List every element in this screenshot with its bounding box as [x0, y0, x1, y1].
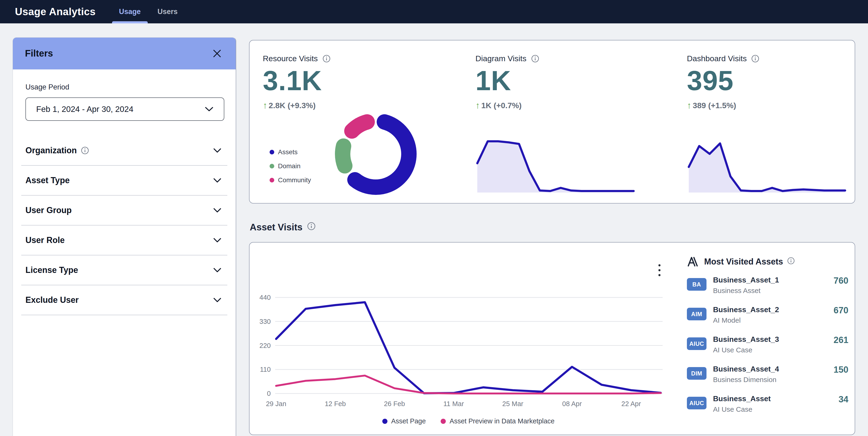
- svg-text:25 Mar: 25 Mar: [502, 400, 524, 407]
- tab-usage[interactable]: Usage: [111, 0, 149, 23]
- filter-section-label: Organization: [25, 146, 89, 155]
- stat-label-text: Dashboard Visits: [687, 54, 747, 63]
- line-chart: 440330220110029 Jan12 Feb26 Feb11 Mar25 …: [249, 242, 684, 415]
- filter-section-label: Asset Type: [25, 175, 69, 185]
- filter-section-user-role[interactable]: User Role: [21, 226, 227, 255]
- asset-list-item[interactable]: AIUCBusiness_AssetAI Use Case34: [687, 395, 848, 424]
- stat-label-text: Diagram Visits: [475, 54, 527, 63]
- close-icon: [212, 48, 222, 59]
- tab-users[interactable]: Users: [149, 0, 186, 23]
- asset-name: Business_Asset_2: [713, 306, 779, 314]
- chevron-down-icon: [213, 208, 221, 213]
- asset-type: AI Use Case: [713, 405, 771, 413]
- chevron-down-icon: [213, 267, 221, 273]
- asset-visit-count: 261: [834, 335, 848, 345]
- info-icon[interactable]: [322, 55, 331, 63]
- svg-text:440: 440: [259, 294, 271, 301]
- app-title: Usage Analytics: [15, 6, 96, 18]
- stat-label-text: Resource Visits: [263, 54, 318, 63]
- donut-chart: [334, 112, 418, 196]
- legend-label: Assets: [278, 148, 298, 156]
- chevron-down-icon: [205, 106, 214, 112]
- svg-text:330: 330: [259, 318, 271, 325]
- filter-section-text: User Group: [25, 205, 72, 215]
- legend-item-community[interactable]: Community: [270, 176, 311, 184]
- legend-item-domain[interactable]: Domain: [270, 163, 311, 170]
- asset-visit-count: 760: [834, 276, 848, 286]
- asset-list-item[interactable]: BABusiness_Asset_1Business Asset760: [687, 276, 848, 306]
- sparkline-chart: [475, 135, 637, 195]
- asset-text: Business_Asset_3AI Use Case: [713, 335, 779, 354]
- info-icon[interactable]: [787, 257, 795, 264]
- asset-type-badge: AIUC: [687, 338, 707, 350]
- nav-tabs: Usage Users: [111, 0, 186, 23]
- asset-visits-title: Asset Visits: [250, 222, 303, 232]
- info-icon[interactable]: [751, 55, 759, 63]
- filters-title: Filters: [25, 48, 53, 59]
- asset-text: Business_Asset_4Business Dimension: [713, 365, 779, 384]
- legend-label: Community: [278, 176, 311, 184]
- asset-text: Business_Asset_2AI Model: [713, 306, 779, 324]
- filter-section-label: User Role: [25, 235, 65, 245]
- stat-delta-text: 389 (+1.5%): [693, 101, 736, 110]
- legend-swatch: [270, 178, 274, 182]
- chevron-down-icon: [213, 148, 221, 153]
- legend-label: Asset Preview in Data Marketplace: [450, 417, 555, 425]
- info-icon[interactable]: [81, 146, 89, 154]
- legend-item-asset-preview-in-data-marketplace[interactable]: Asset Preview in Data Marketplace: [441, 417, 555, 425]
- asset-list-item[interactable]: DIMBusiness_Asset_4Business Dimension150: [687, 365, 848, 395]
- chart-legend: Asset PageAsset Preview in Data Marketpl…: [276, 417, 661, 425]
- close-filters-button[interactable]: [211, 47, 224, 60]
- asset-type-badge: DIM: [687, 367, 707, 380]
- usage-period-select[interactable]: Feb 1, 2024 - Apr 30, 2024: [25, 97, 224, 121]
- legend-item-assets[interactable]: Assets: [270, 148, 311, 156]
- legend-item-asset-page[interactable]: Asset Page: [382, 417, 426, 425]
- asset-name: Business_Asset_3: [713, 335, 779, 344]
- info-icon[interactable]: [787, 257, 795, 267]
- section-title-asset-visits: Asset Visits: [250, 222, 315, 232]
- stat-label: Dashboard Visits: [687, 40, 850, 63]
- filter-sections: OrganizationAsset TypeUser GroupUser Rol…: [21, 136, 227, 315]
- asset-list-item[interactable]: AIUCBusiness_Asset_3AI Use Case261: [687, 335, 848, 365]
- asset-list-item[interactable]: AIMBusiness_Asset_2AI Model670: [687, 306, 848, 335]
- info-icon[interactable]: [307, 222, 315, 232]
- filter-section-label: License Type: [25, 265, 78, 275]
- stat-value: 1K: [475, 67, 639, 94]
- stat-delta: ↑389 (+1.5%): [687, 100, 850, 111]
- stats-card: Resource Visits3.1K↑2.8K (+9.3%)Diagram …: [249, 40, 855, 204]
- asset-type: Business Asset: [713, 287, 779, 295]
- info-icon[interactable]: [531, 55, 539, 63]
- asset-name: Business_Asset_1: [713, 276, 779, 284]
- trend-up-icon: ↑: [263, 100, 267, 111]
- legend-swatch: [441, 419, 446, 424]
- assets-icon: [687, 256, 699, 268]
- filter-section-organization[interactable]: Organization: [21, 136, 227, 166]
- svg-text:08 Apr: 08 Apr: [562, 400, 582, 407]
- asset-type: Business Dimension: [713, 376, 779, 384]
- svg-text:22 Apr: 22 Apr: [621, 400, 641, 407]
- filter-section-exclude-user[interactable]: Exclude User: [21, 285, 227, 315]
- filter-section-asset-type[interactable]: Asset Type: [21, 166, 227, 196]
- filter-section-label: Exclude User: [25, 295, 79, 305]
- filters-header: Filters: [13, 38, 236, 69]
- chevron-down-icon: [213, 238, 221, 243]
- stat-label: Diagram Visits: [475, 40, 639, 63]
- asset-name: Business_Asset_4: [713, 365, 779, 373]
- top-nav: Usage Analytics Usage Users: [0, 0, 868, 23]
- filter-section-user-group[interactable]: User Group: [21, 196, 227, 226]
- svg-text:12 Feb: 12 Feb: [324, 400, 346, 407]
- asset-text: Business_Asset_1Business Asset: [713, 276, 779, 295]
- filter-section-license-type[interactable]: License Type: [21, 255, 227, 285]
- active-tab-indicator: [112, 21, 148, 23]
- asset-type-badge: AIM: [687, 308, 707, 320]
- stat-value: 395: [687, 67, 850, 94]
- most-visited-title: Most Visited Assets: [704, 257, 783, 267]
- svg-text:0: 0: [267, 390, 271, 397]
- filter-section-text: Asset Type: [25, 175, 69, 185]
- asset-visits-card: 440330220110029 Jan12 Feb26 Feb11 Mar25 …: [249, 242, 855, 435]
- svg-text:110: 110: [260, 366, 271, 373]
- asset-name: Business_Asset: [713, 395, 771, 403]
- most-visited-panel: Most Visited Assets BABusiness_Asset_1Bu…: [687, 256, 848, 424]
- asset-text: Business_AssetAI Use Case: [713, 395, 771, 413]
- info-icon[interactable]: [307, 222, 315, 230]
